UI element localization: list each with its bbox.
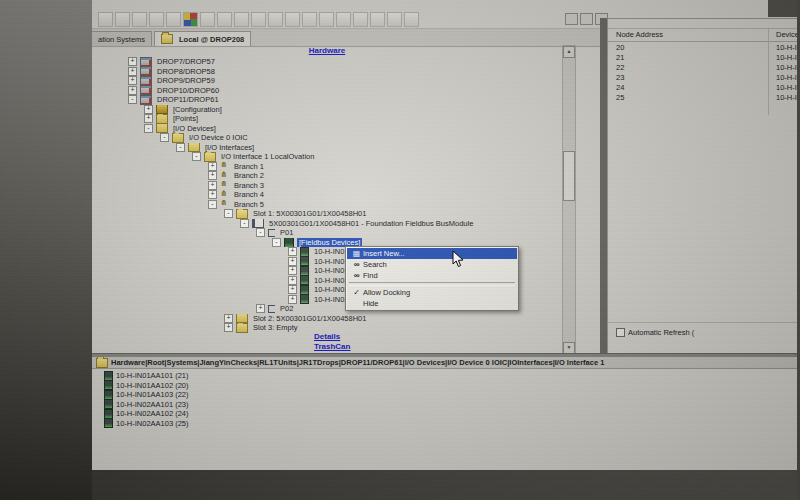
tree-expander[interactable]: + [144,105,153,114]
tree-expander[interactable]: + [288,266,297,275]
find-binoculars-icon[interactable] [387,12,402,27]
results-path-text: Hardware|Root|Systems|JiangYinChecks|RL1… [111,357,604,368]
undo-icon[interactable] [115,12,130,27]
tree-row[interactable]: - Branch 5 [92,200,562,210]
details-link[interactable]: Details [314,332,340,341]
minimize-button[interactable] [565,13,578,25]
refresh-icon[interactable] [353,12,368,27]
table-row[interactable]: 20 10-H-IN01AA102 [608,43,797,53]
toolbar-icon[interactable] [302,12,317,27]
app-palette-icon[interactable] [183,12,198,27]
tree-expander[interactable]: - [224,209,233,218]
list-item[interactable]: 10-H-IN01AA102 (20) [104,381,797,391]
tree-expander[interactable]: + [288,295,297,304]
tree-expander[interactable]: - [144,124,153,133]
filter-icon[interactable] [200,12,215,27]
tree-expander[interactable]: - [272,238,281,247]
list-item[interactable]: 10-H-IN02AA103 (25) [104,419,797,429]
column-header-device[interactable]: Device [776,29,797,41]
tree-expander[interactable]: + [208,171,217,180]
tree-row[interactable]: + Branch 2 [92,171,562,181]
tree-expander[interactable]: + [144,114,153,123]
tree-expander[interactable]: - [128,95,137,104]
tree-row[interactable]: + DROP9/DROP59 [92,76,562,86]
tree-expander[interactable]: + [256,304,265,313]
tree-expander[interactable]: - [192,152,201,161]
tree-row[interactable]: - I/O Device 0 IOIC [92,133,562,143]
import-icon[interactable] [268,12,283,27]
tree-expander[interactable]: + [208,162,217,171]
tree-row[interactable]: - [I/O Interfaces] [92,143,562,153]
tree-expander[interactable]: + [224,314,233,323]
open-icon[interactable] [251,12,266,27]
copy-icon[interactable] [149,12,164,27]
toolbar-icon[interactable] [217,12,232,27]
tree-row[interactable]: + Branch 3 [92,181,562,191]
tree-expander[interactable]: + [288,276,297,285]
context-allow-docking[interactable]: ✓ Allow Docking [347,287,517,298]
context-insert-new[interactable]: Insert New... [347,248,517,259]
context-menu-item[interactable] [349,282,515,286]
tree-scrollbar[interactable]: ▲ ▼ [562,45,576,355]
tree-row[interactable]: + Branch 1 [92,162,562,172]
context-hide[interactable]: Hide [347,298,517,309]
tree-expander[interactable]: + [128,57,137,66]
tree-row[interactable]: + DROP8/DROP58 [92,67,562,77]
new-item-icon[interactable] [234,12,249,27]
tree-expander[interactable]: + [208,190,217,199]
tree-expander[interactable]: + [128,76,137,85]
tree-row[interactable]: + [Points] [92,114,562,124]
tree-row[interactable]: - I/O Interface 1 LocalOvation [92,152,562,162]
table-row[interactable]: 24 10-H-IN02AA102 [608,83,797,93]
cut-icon[interactable] [132,12,147,27]
trashcan-link[interactable]: TrashCan [314,342,350,351]
tree-expander[interactable]: + [128,67,137,76]
table-row[interactable]: 22 10-H-IN01AA103 [608,63,797,73]
delete-icon[interactable] [336,12,351,27]
list-item[interactable]: 10-H-IN02AA101 (23) [104,400,797,410]
list-item[interactable]: 10-H-IN01AA103 (22) [104,390,797,400]
tree-row[interactable]: - DROP11/DROP61 [92,95,562,105]
panel-divider[interactable] [600,18,607,353]
tree-row[interactable]: - P01 [92,228,562,238]
paste-icon[interactable] [166,12,181,27]
tree-expander[interactable]: + [224,323,233,332]
tree-expander[interactable]: - [256,228,265,237]
tree-expander[interactable]: + [208,181,217,190]
tree-row[interactable]: + Slot 2: 5X00301G01/1X00458H01 [92,314,562,324]
tree-expander[interactable]: - [176,143,185,152]
scroll-up-button[interactable]: ▲ [563,46,575,58]
restore-button[interactable] [580,13,593,25]
auto-refresh-checkbox[interactable] [616,328,625,337]
tree-row[interactable]: - Slot 1: 5X00301G01/1X00458H01 [92,209,562,219]
tree-expander[interactable]: - [208,200,217,209]
tree-row[interactable]: + DROP10/DROP60 [92,86,562,96]
context-find[interactable]: Find [347,270,517,281]
snapshot-icon[interactable] [285,12,300,27]
list-item[interactable]: 10-H-IN02AA102 (24) [104,409,797,419]
column-header-node-address[interactable]: Node Address [616,29,663,41]
context-search[interactable]: Search [347,259,517,270]
print-icon[interactable] [98,12,113,27]
tree-row[interactable]: - 5X00301G01/1X00458H01 - Foundation Fie… [92,219,562,229]
tree-row[interactable]: + DROP7/DROP57 [92,57,562,67]
scrollbar-thumb[interactable] [563,151,575,201]
tree-expander[interactable]: - [160,133,169,142]
table-row[interactable]: 23 10-H-IN02AA101 [608,73,797,83]
select-icon[interactable] [319,12,334,27]
tab-local-drop208[interactable]: Local @ DROP208 [154,31,251,46]
flag-icon[interactable] [404,12,419,27]
toolbar-icon[interactable] [370,12,385,27]
table-row[interactable]: 21 10-H-IN01AA101 [608,53,797,63]
tree-expander[interactable]: + [128,86,137,95]
tree-expander[interactable]: - [240,219,249,228]
tab-systems[interactable]: ation Systems [92,31,152,46]
tree-row[interactable]: + Branch 4 [92,190,562,200]
tree-row[interactable]: + [Configuration] [92,105,562,115]
list-item[interactable]: 10-H-IN01AA101 (21) [104,371,797,381]
tree-expander[interactable]: + [288,285,297,294]
table-row[interactable]: 25 10-H-IN02AA103 [608,93,797,103]
tree-expander[interactable]: + [288,257,297,266]
tree-expander[interactable]: + [288,247,297,256]
tree-row[interactable]: - [I/O Devices] [92,124,562,134]
